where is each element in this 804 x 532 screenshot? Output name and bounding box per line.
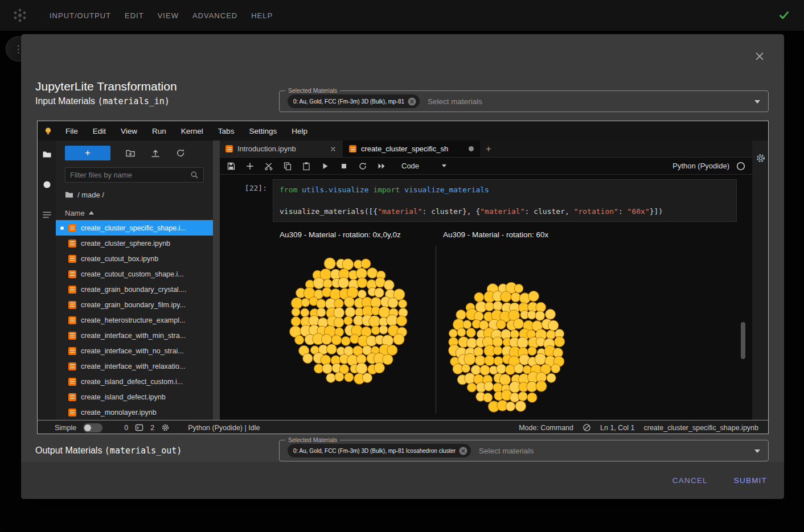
new-tab-button[interactable]: + [480,141,497,157]
menu-edit[interactable]: EDIT [118,6,151,26]
restart-kernel-icon[interactable] [358,162,367,171]
chip-remove-icon[interactable] [459,447,467,455]
dropdown-caret-icon[interactable] [754,449,760,453]
file-row[interactable]: create_interface_with_no_strai... [56,343,213,358]
notebook-icon [68,393,76,401]
kernel-running-dot [60,319,64,322]
cursor-position[interactable]: Ln 1, Col 1 [600,424,634,432]
notebook-toolbar: Code Python (Pyodide) [220,158,752,175]
kernel-count[interactable]: 2 [150,424,154,432]
kernel-running-dot [60,349,64,353]
tab-close-icon[interactable] [329,145,337,153]
plus-icon: + [486,144,491,154]
file-name: create_interface_with_relaxatio... [81,362,185,370]
tab-label: create_cluster_specific_sh [361,145,448,153]
notebook-icon [68,286,76,294]
panel-splitter[interactable] [213,141,220,420]
run-cell-icon[interactable] [321,162,330,171]
file-filter-input[interactable] [70,171,190,179]
file-row[interactable]: create_island_defect_custom.i... [56,374,213,389]
jupyter-menu-kernel[interactable]: Kernel [174,127,211,135]
stop-kernel-icon[interactable] [339,162,348,171]
file-row[interactable]: create_interface_with_relaxatio... [56,358,213,374]
cancel-button[interactable]: CANCEL [672,476,708,485]
notebook-scrollbar-thumb[interactable] [741,322,745,359]
chip-remove-icon[interactable] [408,97,416,106]
output-material-chip[interactable]: 0: Au, Gold, FCC (Fm-3m) 3D (Bulk), mp-8… [288,444,471,457]
dropdown-caret-icon[interactable] [754,100,760,104]
kernel-sessions-icon[interactable] [161,423,170,432]
input-materials-select[interactable]: Selected Materials 0: Au, Gold, FCC (Fm-… [279,90,769,112]
code-editor[interactable]: from utils.visualize import visualize_ma… [273,179,737,222]
running-kernels-tab-icon[interactable] [42,180,52,189]
settings-gear-icon[interactable] [756,153,766,163]
confirm-check-icon[interactable] [778,9,790,22]
input-material-chip[interactable]: 0: Au, Gold, FCC (Fm-3m) 3D (Bulk), mp-8… [288,94,420,108]
upload-icon[interactable] [150,148,161,158]
kernel-running-dot [60,273,64,276]
kernel-running-dot [60,257,64,261]
tab-create-cluster-specific-shape[interactable]: create_cluster_specific_sh [343,141,480,157]
copy-cells-icon[interactable] [283,162,292,171]
file-row[interactable]: create_monolayer.ipynb [56,405,213,420]
file-row[interactable]: create_cluster_specific_shape.i... [56,220,213,236]
file-row[interactable]: create_cutout_box.ipynb [56,251,213,266]
save-icon[interactable] [227,162,236,171]
file-row[interactable]: create_grain_boundary_film.ipy... [56,297,213,312]
insert-cell-icon[interactable] [245,162,255,171]
file-row[interactable]: create_island_defect.ipynb [56,389,213,405]
jupyter-menu-run[interactable]: Run [145,127,174,135]
jupyterlite-transformation-dialog: JupyterLite Transformation Input Materia… [21,34,784,499]
menu-help[interactable]: HELP [244,6,280,26]
menu-advanced[interactable]: ADVANCED [186,6,244,26]
file-list: create_cluster_specific_shape.i... creat… [56,220,213,420]
input-materials-label-text: Input Materials [35,96,97,106]
table-of-contents-tab-icon[interactable] [42,210,52,220]
material-visualization-right: Au309 - Material - rotation: 60x [436,228,600,413]
folder-icon [65,191,73,199]
tab-introduction[interactable]: Introduction.ipynb [220,141,343,157]
new-launcher-button[interactable]: + [65,146,110,160]
file-list-name-header[interactable]: Name [56,206,213,220]
file-name: create_cluster_sphere.ipynb [81,240,170,248]
input-materials-code: (materials_in) [97,96,169,106]
output-materials-select[interactable]: Selected Materials 0: Au, Gold, FCC (Fm-… [279,440,769,461]
simple-mode-toggle[interactable] [83,423,102,432]
refresh-icon[interactable] [175,148,186,158]
notebook-icon [349,145,356,152]
file-row[interactable]: create_interface_with_min_stra... [56,328,213,343]
dialog-close-button[interactable] [752,49,767,64]
file-name: create_interface_with_min_stra... [81,332,186,340]
jupyter-menu-help[interactable]: Help [284,127,315,135]
paste-cells-icon[interactable] [302,162,311,171]
terminal-icon[interactable] [135,423,143,432]
kernel-status-text[interactable]: Python (Pyodide) | Idle [188,424,260,432]
jupyter-menu-tabs[interactable]: Tabs [211,127,242,135]
file-row[interactable]: create_grain_boundary_crystal.... [56,282,213,297]
unsaved-changes-dot[interactable] [469,146,474,151]
cell-outputs: Au309 - Material - rotation: 0x,0y,0z Au… [273,228,752,413]
cut-cells-icon[interactable] [264,162,273,171]
menu-view[interactable]: VIEW [151,6,186,26]
notifications-off-icon[interactable] [583,423,591,432]
file-row[interactable]: create_heterostructure_exampl... [56,312,213,328]
file-row[interactable]: create_cutout_custom_shape.i... [56,266,213,282]
restart-and-run-all-icon[interactable] [377,162,386,171]
jupyter-menu-settings[interactable]: Settings [241,127,284,135]
output-materials-label: Output Materials (materials_out) [35,440,182,461]
jupyter-menu-view[interactable]: View [113,127,145,135]
menu-input-output[interactable]: INPUT/OUTPUT [43,6,118,26]
new-folder-icon[interactable] [125,148,136,158]
file-browser-tab-icon[interactable] [42,150,52,159]
jupyter-menu-edit[interactable]: Edit [85,127,113,135]
kernel-indicator[interactable]: Python (Pyodide) [672,162,745,171]
terminal-count[interactable]: 0 [124,424,128,432]
jupyterlab-widget: File Edit View Run Kernel Tabs Settings … [37,121,769,434]
breadcrumb[interactable]: / made / [65,190,204,199]
jupyter-menu-file[interactable]: File [58,127,85,135]
gold-cluster-image [273,245,436,413]
submit-button[interactable]: SUBMIT [734,476,767,485]
kernel-running-dot [60,411,64,414]
cell-type-dropdown[interactable]: Code [401,162,446,170]
file-row[interactable]: create_cluster_sphere.ipynb [56,236,213,251]
